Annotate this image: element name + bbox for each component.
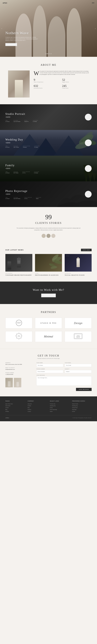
contact-name-input[interactable] <box>36 364 63 367</box>
reportage-locations-label: Locations <box>36 197 41 198</box>
wedding-time-value: 6-8 Hours <box>5 147 9 148</box>
family-title: Family <box>5 164 92 167</box>
contact-address-item: Address 4819 Luverne Avenue, New York 24… <box>5 362 32 365</box>
clients-avatars <box>8 234 89 238</box>
menu-line <box>92 2 94 3</box>
stat-clients: 52 Happy Clients <box>62 78 89 82</box>
contact-submit-button[interactable]: SEND MESSAGE <box>76 388 92 391</box>
clients-testimonial: The essential in lifestyle photography i… <box>16 227 81 231</box>
studio-locations-label: Locations <box>33 120 38 121</box>
studio-portrait-details: Time 2-3 Hours Package Up to 20 Photos S… <box>5 120 92 122</box>
reportage-archive-label: Photo Archive <box>24 197 32 198</box>
contact-subject-label: SUBJECT <box>65 368 92 370</box>
contact-email-input[interactable] <box>65 364 92 367</box>
contact-email-label: Want to Shoot? <box>5 367 32 368</box>
contact-name-email-row: YOUR NAME YOUR EMAIL <box>36 362 92 368</box>
work-section: Want to Work with Me? HIRE ME NOW <box>0 282 97 304</box>
contact-phone-value: +1 (555) 000-0000 <box>5 374 32 375</box>
partner-3-inner: Design <box>74 321 82 325</box>
footer-works-item-2[interactable]: Wedding Day <box>72 405 92 407</box>
studio-package: Package Up to 20 Photos <box>14 120 20 122</box>
news-header: OUR LATEST NEWS MORE NEWS <box>5 249 92 251</box>
contact-name-group: YOUR NAME <box>36 362 63 367</box>
wedding-day-book-button[interactable]: Book Now <box>85 140 92 146</box>
partner-4-inner: CRAFT STUDIO <box>15 332 22 340</box>
stat-years: 9 Years of Experience <box>34 78 61 82</box>
footer-links-item-2[interactable]: Wedding Day <box>50 405 69 407</box>
hero-cta-button[interactable]: LEARN MORE <box>5 43 17 46</box>
footer-company-item-1[interactable]: About Me <box>28 403 47 405</box>
contact-submit-row: SEND MESSAGE <box>36 388 92 391</box>
star-decoration: ✦ ✦ ✦ <box>66 255 69 256</box>
contact-message-group: YOUR MESSAGE <box>36 375 92 386</box>
news-more-button[interactable]: MORE NEWS <box>81 249 92 251</box>
contact-message-input[interactable] <box>36 376 92 386</box>
footer-company-item-5[interactable]: Contact <box>28 410 47 412</box>
footer-pages-item-3[interactable]: Contact <box>5 407 25 409</box>
partner-logo-6: VINTAGE HANDMADE WORK ART <box>65 331 92 342</box>
footer-links-item-1[interactable]: Portrait Links <box>50 403 69 405</box>
news-card-2-category: Studio <box>35 273 62 274</box>
wedding-day-details: Time 6-8 Hours Package 200+ Photos Photo… <box>5 146 92 148</box>
contact-phone-input[interactable] <box>36 370 63 373</box>
footer-pages-item-2[interactable]: About Store <box>5 405 25 407</box>
contact-subject-input[interactable] <box>65 370 92 373</box>
footer-works-item-1[interactable]: Studio Portrait <box>72 403 92 405</box>
reportage-package-label: Package <box>14 197 20 198</box>
contact-address-label: Address <box>5 362 32 363</box>
footer-company-item-3[interactable]: Blog <box>28 407 47 409</box>
reportage-archive: Photo Archive 2-5 Yrs <box>24 197 32 199</box>
reportage-btn-wrap: Book Now <box>85 191 92 198</box>
footer-links-item-5[interactable]: Studio <box>50 410 69 412</box>
hero-dot-2[interactable] <box>47 54 48 54</box>
contact-email-form-label: YOUR EMAIL <box>65 362 92 363</box>
contact-address-value: 4819 Luverne Avenue, New York 24508 <box>5 364 32 365</box>
hero-dot-5[interactable] <box>51 54 52 54</box>
family-locations-value: 2-3 Areas <box>34 172 39 173</box>
hero-background-shapes <box>0 0 97 57</box>
svg-text:VINTAGE: VINTAGE <box>77 335 80 336</box>
family-price: +$990 <box>5 168 92 170</box>
studio-style: Style Studio Ph. <box>24 120 29 122</box>
news-card-2: Studio Photographers In Agencies <box>35 254 62 276</box>
studio-time-label: Time <box>5 120 9 121</box>
footer-col-pages-title: Pages <box>5 400 25 402</box>
footer-pages-item-4[interactable]: Blog <box>5 409 25 410</box>
footer-links-item-3[interactable]: Family <box>50 407 69 409</box>
wedding-locations-value: 5+ Areas <box>34 147 39 148</box>
contact-product-images <box>5 378 32 387</box>
footer-pages-item-5[interactable]: Portfolio <box>5 410 25 412</box>
hero-dot-1[interactable] <box>46 54 46 54</box>
footer-pages-item-1[interactable]: Apex Photo Store <box>5 403 25 405</box>
footer-works-item-4[interactable]: Reportage <box>72 409 92 410</box>
studio-portrait-book-button[interactable]: Book Now <box>85 114 92 120</box>
family-book-button[interactable]: Book Now <box>85 165 92 172</box>
footer-works-item-5[interactable]: Events <box>72 410 92 412</box>
family-package: Package 50+ Photos <box>14 171 18 173</box>
footer-works-item-3[interactable]: Family Photo <box>72 407 92 409</box>
hero-dot-3[interactable] <box>48 54 49 54</box>
hero-dot-4[interactable] <box>50 54 50 54</box>
news-card-1-category: Photography <box>5 273 32 274</box>
wedding-package-label: Package <box>14 146 19 146</box>
menu-line <box>92 3 94 4</box>
reportage-title: Photo Reportage <box>5 190 92 192</box>
reportage-book-button[interactable]: Book Now <box>85 191 92 198</box>
clients-section: 99 Clients Stories The essential in life… <box>0 207 97 245</box>
pricing-wedding-day: Wedding Day +$990 Time 6-8 Hours Package… <box>0 130 97 156</box>
hero-arrow-right[interactable]: › <box>95 27 96 30</box>
footer: Pages Apex Photo Store About Store Conta… <box>0 396 97 421</box>
partner-6-inner: VINTAGE HANDMADE WORK ART <box>73 332 83 340</box>
footer-links-item-4[interactable]: Photo Reportage <box>50 409 69 410</box>
reportage-package-value: Up to 50 Photos <box>14 198 20 199</box>
hire-me-button[interactable]: HIRE ME NOW <box>41 294 56 297</box>
wedding-time: Time 6-8 Hours <box>5 146 9 148</box>
hero-arrow-left[interactable]: ‹ <box>1 27 2 30</box>
footer-col-company-title: Company <box>28 400 47 402</box>
footer-company-item-2[interactable]: Portfolio <box>28 405 47 407</box>
hero-shape-3 <box>48 16 65 57</box>
footer-company-item-4[interactable]: Partners <box>28 409 47 410</box>
partner-2-x-icon: ✕ <box>49 322 51 324</box>
hamburger-menu-icon[interactable] <box>92 2 94 4</box>
news-card-1-title: Visionary Brand Photography <box>5 274 32 276</box>
